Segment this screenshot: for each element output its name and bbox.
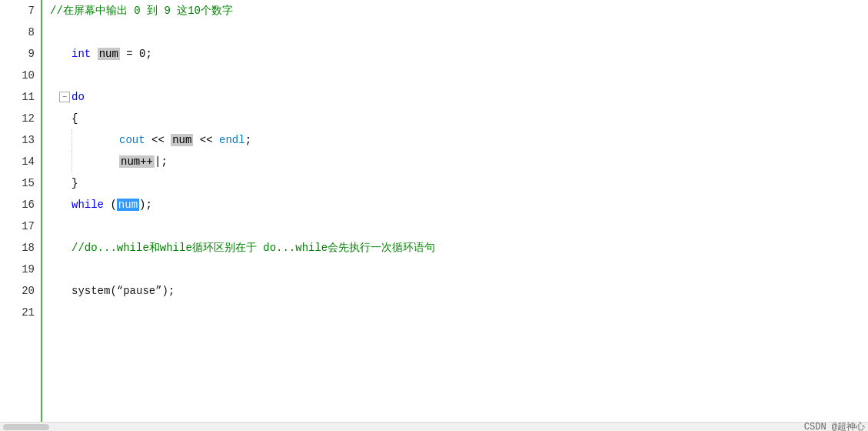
line-num-15: 15	[0, 172, 41, 194]
editor-container: 7 8 9 10 11 12 13 14 15 16 17 18 19 20 2…	[0, 0, 868, 431]
code-line-10	[50, 65, 868, 86]
line-num-19: 19	[0, 259, 41, 280]
keyword-endl: endl	[219, 134, 245, 146]
code-lines: //在屏幕中输出 0 到 9 这10个数字 int num = 0; − do	[42, 0, 868, 422]
code-line-12: {	[50, 108, 868, 129]
scrollbar-area[interactable]: CSDN @超神心	[0, 422, 868, 431]
cout-op2: <<	[193, 134, 219, 146]
line-num-16: 16	[0, 194, 41, 216]
line-num-20: 20	[0, 280, 41, 302]
line-num-10: 10	[0, 65, 41, 86]
code-line-20: system(“pause”);	[50, 280, 868, 302]
while-paren-open: (	[104, 199, 117, 211]
brace-close: }	[72, 177, 78, 189]
assign-text: = 0;	[120, 48, 152, 60]
brace-open: {	[72, 112, 78, 125]
line-num-18: 18	[0, 237, 41, 259]
cursor-indicator: |	[155, 155, 161, 168]
fold-icon[interactable]: −	[59, 92, 70, 102]
comment-18-text: //do...while和while循环区别在于 do...while会先执行一…	[72, 241, 435, 255]
line-num-14: 14	[0, 151, 41, 172]
code-line-8	[50, 22, 868, 43]
brand-text: CSDN @超神心	[804, 420, 865, 431]
line-num-11: 11	[0, 86, 41, 108]
code-line-13: cout << num << endl ;	[50, 129, 868, 151]
code-line-14: num++ | ;	[50, 151, 868, 172]
cout-semi: ;	[245, 134, 251, 146]
var-num-9: num	[98, 48, 120, 60]
code-line-16: while ( num );	[50, 194, 868, 216]
keyword-int: int	[72, 48, 91, 60]
line-num-12: 12	[0, 108, 41, 129]
line-num-8: 8	[0, 22, 41, 43]
var-num-while: num	[117, 199, 139, 211]
code-line-19	[50, 259, 868, 280]
line-num-7: 7	[0, 0, 41, 22]
cout-op1: <<	[145, 134, 171, 146]
var-num-pp: num++	[119, 155, 155, 168]
code-space	[91, 48, 97, 60]
line-num-9: 9	[0, 43, 41, 65]
code-line-9: int num = 0;	[50, 43, 868, 65]
code-line-15: }	[50, 172, 868, 194]
code-line-18: //do...while和while循环区别在于 do...while会先执行一…	[50, 237, 868, 259]
keyword-do: do	[72, 91, 85, 103]
code-line-7: //在屏幕中输出 0 到 9 这10个数字	[50, 0, 868, 22]
line-numbers: 7 8 9 10 11 12 13 14 15 16 17 18 19 20 2…	[0, 0, 42, 422]
code-line-11: − do	[50, 86, 868, 108]
code-line-21	[50, 302, 868, 323]
line-num-21: 21	[0, 302, 41, 323]
code-area: 7 8 9 10 11 12 13 14 15 16 17 18 19 20 2…	[0, 0, 868, 422]
while-paren-close: );	[139, 199, 152, 211]
keyword-cout: cout	[119, 134, 145, 146]
line-num-13: 13	[0, 129, 41, 151]
numpp-semi: ;	[161, 155, 167, 168]
system-call: system(“pause”);	[72, 285, 175, 297]
var-num-cout: num	[171, 134, 193, 146]
code-line-17	[50, 216, 868, 237]
line-num-17: 17	[0, 216, 41, 237]
scrollbar-thumb[interactable]	[3, 424, 49, 430]
comment-7-text: //在屏幕中输出 0 到 9 这10个数字	[50, 4, 233, 18]
keyword-while: while	[72, 199, 104, 211]
